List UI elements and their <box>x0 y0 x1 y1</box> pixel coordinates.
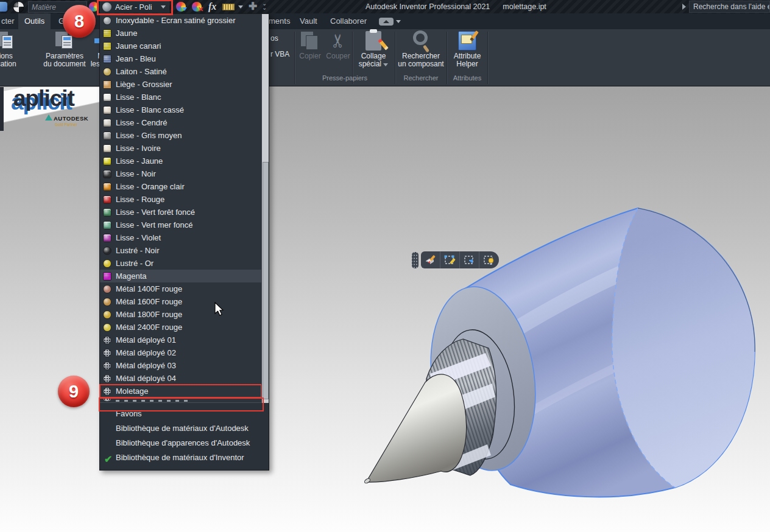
material-swatch-icon <box>103 234 111 242</box>
edit-feature-button[interactable] <box>421 251 440 268</box>
adaptive-arrows-icon <box>463 254 476 266</box>
tab-outils[interactable]: Outils <box>18 13 51 29</box>
appearance-item[interactable]: Métal déployé 02 <box>100 346 261 359</box>
tab-collaborer[interactable]: Collaborer <box>324 13 373 29</box>
material-swatch-icon <box>103 55 111 63</box>
customize-qat-icon[interactable]: ⌄⌄ <box>262 1 267 10</box>
appearance-item-label: Métal 2400F rouge <box>116 323 182 332</box>
appearance-item[interactable]: Lisse - Blanc <box>100 91 261 103</box>
appearance-item[interactable]: Liège - Grossier <box>100 78 261 91</box>
group-label-clipboard: Presse-papiers <box>295 74 395 82</box>
appearance-item[interactable]: Lisse - Vert forêt foncé <box>100 206 261 219</box>
document-name: molettage.ipt <box>503 2 546 11</box>
material-swatch-icon <box>103 157 111 166</box>
annotation-step-9: 9 <box>58 376 90 407</box>
appearance-item[interactable]: Inoxydable - Ecran satiné grossier <box>100 14 261 27</box>
library-item[interactable]: Bibliothèque d'apparences d'Autodesk <box>100 436 269 450</box>
appearance-item[interactable]: Lisse - Blanc cassé <box>100 103 261 116</box>
make-adaptive-button[interactable] <box>460 251 479 268</box>
material-swatch-icon <box>103 221 111 229</box>
appearance-item[interactable]: Métal 1600F rouge <box>100 295 261 308</box>
find-component-button[interactable]: Rechercherun composant <box>396 29 446 68</box>
material-swatch-icon <box>103 42 111 51</box>
properties-button[interactable] <box>479 251 499 268</box>
help-search-input[interactable]: Recherche dans l'aide e <box>689 1 770 13</box>
cut-button[interactable]: ✂ Couper <box>324 29 352 60</box>
mini-toolbar[interactable] <box>412 251 499 268</box>
annotation-box-appearance-combo <box>97 0 173 15</box>
appearance-item[interactable]: Jean - Bleu <box>100 52 261 65</box>
appearance-item-label: Liège - Grossier <box>116 80 172 89</box>
chevron-down-icon[interactable] <box>396 20 401 23</box>
appearance-item[interactable]: Lisse - Rouge <box>100 193 261 206</box>
appearance-item[interactable]: Moletage <box>100 385 261 397</box>
library-section: FavorisBibliothèque de matériaux d'Autod… <box>100 402 269 470</box>
appearance-item-label: Lustré - Or <box>116 259 154 268</box>
appearance-item[interactable]: Laiton - Satiné <box>100 65 261 78</box>
appearance-item-label: Lisse - Blanc cassé <box>116 105 184 114</box>
material-swatch-icon <box>103 285 111 293</box>
appearance-item-label: Lisse - Noir <box>116 169 156 178</box>
annotation-step-8: 8 <box>63 5 96 38</box>
dropdown-scrollbar[interactable] <box>261 14 269 403</box>
attribute-helper-icon <box>448 29 486 52</box>
appearance-item[interactable]: Jaune <box>100 27 261 40</box>
help-expand-icon[interactable] <box>682 4 686 10</box>
appearance-item[interactable]: Magenta <box>100 270 261 282</box>
paste-special-button[interactable]: Collagespécial <box>355 29 392 68</box>
appearance-item[interactable]: Métal déployé 04 <box>100 372 261 385</box>
appearance-item-label: Inoxydable - Ecran satiné grossier <box>116 16 236 25</box>
group-label-search: Rechercher <box>395 74 447 82</box>
options-application-button[interactable]: tionslication <box>0 29 35 68</box>
chevron-down-icon[interactable] <box>238 5 243 9</box>
appearance-item[interactable]: Lisse - Orange clair <box>100 180 261 193</box>
appearance-item[interactable]: Métal déployé 03 <box>100 359 261 372</box>
appearance-item[interactable]: Lisse - Cendré <box>100 116 261 129</box>
material-swatch-icon <box>103 29 111 38</box>
tab-vault[interactable]: Vault <box>294 13 323 29</box>
edit-sketch-button[interactable] <box>440 251 460 268</box>
dropdown-scrollbar-thumb[interactable] <box>263 162 269 399</box>
appearance-sphere-icon[interactable] <box>13 1 24 13</box>
measure-ruler-icon[interactable] <box>222 4 235 10</box>
plus-icon[interactable]: ✚ <box>249 2 257 12</box>
scissors-icon: ✂ <box>324 29 352 52</box>
material-swatch-icon <box>103 247 111 255</box>
edit-sketch-icon <box>443 254 457 266</box>
appearance-item[interactable]: Métal déployé 01 <box>100 334 261 346</box>
appearance-item-label: Métal déployé 01 <box>116 335 176 345</box>
appearance-item-label: Lisse - Rouge <box>116 195 164 204</box>
bulb-icon <box>482 254 496 266</box>
appearance-item[interactable]: Lisse - Violet <box>100 231 261 244</box>
material-swatch-icon <box>103 374 111 383</box>
appearance-item[interactable]: Lisse - Jaune <box>100 155 261 167</box>
material-swatch-icon <box>103 183 111 191</box>
appearance-item[interactable]: Métal 1400F rouge <box>100 282 261 295</box>
appearance-item[interactable]: Lustré - Noir <box>100 244 261 257</box>
library-item[interactable]: Bibliothèque de matériaux d'Autodesk <box>100 421 269 436</box>
appearance-item-label: Métal déployé 04 <box>116 374 176 383</box>
material-swatch-icon <box>103 170 111 178</box>
mouse-cursor <box>214 302 228 317</box>
appearance-item[interactable]: Lisse - Ivoire <box>100 142 261 155</box>
appearance-item[interactable]: Lustré - Or <box>100 257 261 270</box>
library-item-label: Bibliothèque de matériaux d'Inventor <box>116 453 244 462</box>
appearance-item[interactable]: Lisse - Vert mer foncé <box>100 219 261 231</box>
copy-button[interactable]: Copier <box>296 29 324 60</box>
appearance-item[interactable]: Métal 2400F rouge <box>100 321 261 334</box>
appearance-item[interactable]: Lisse - Gris moyen <box>100 129 261 142</box>
tab-inspecter-partial[interactable]: cter <box>0 13 21 29</box>
material-partial-icon[interactable] <box>0 2 7 12</box>
appearance-list: Inoxydable - Ecran satiné grossierJauneJ… <box>100 14 261 397</box>
appearance-item[interactable]: Lisse - Noir <box>100 167 261 180</box>
ribbon-collapse-icon[interactable] <box>379 18 394 26</box>
fx-parameters-icon[interactable]: fx <box>208 1 216 12</box>
copy-icon <box>296 29 324 52</box>
application-options-icon <box>0 29 35 52</box>
appearance-item[interactable]: Jaune canari <box>100 40 261 52</box>
material-swatch-icon <box>103 131 111 140</box>
library-item[interactable]: ✔Bibliothèque de matériaux d'Inventor <box>100 450 269 465</box>
appearance-item[interactable]: Métal 1800F rouge <box>100 308 261 321</box>
attribute-helper-button[interactable]: AttributeHelper <box>448 29 486 68</box>
mini-toolbar-grip[interactable] <box>412 252 419 268</box>
